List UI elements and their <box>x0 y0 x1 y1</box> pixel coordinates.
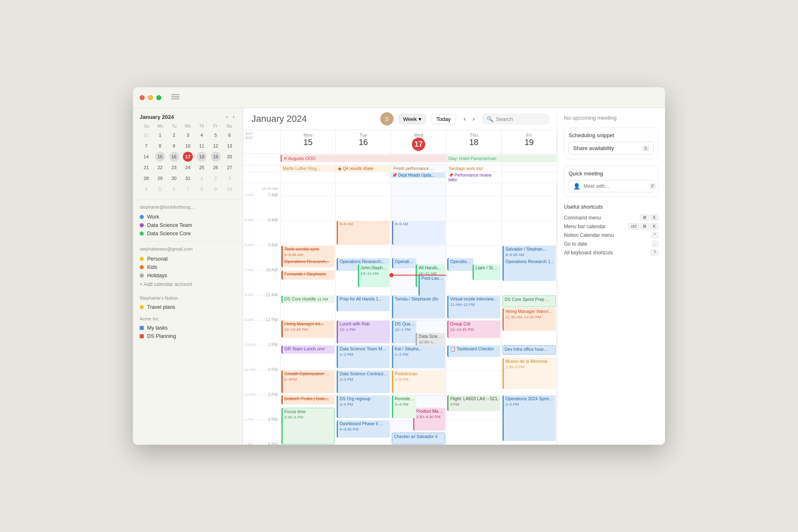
mini-cal-day[interactable]: 7 <box>141 141 151 151</box>
mini-cal-day[interactable]: 4 <box>141 184 151 194</box>
event-taskboard[interactable]: 📋 Taskboard Checkin <box>447 345 500 357</box>
mini-cal-prev[interactable]: ‹ <box>224 113 229 121</box>
q4-event[interactable]: ◉ Q4 results share <box>337 166 390 171</box>
event-product-mktg[interactable]: Product Marketing ... 3:30–4:30 PM <box>413 408 445 431</box>
event-liam[interactable]: Liam / Stephanie wee... <box>473 264 500 280</box>
mini-cal-day[interactable]: 31 <box>183 173 193 183</box>
mini-cal-day[interactable]: 5 <box>211 130 221 140</box>
event-kai-stepha[interactable]: Kai / Stepha... 1–2 PM <box>392 345 445 368</box>
mini-cal-day[interactable]: 3 <box>224 173 234 183</box>
calendar-my-tasks[interactable]: My tasks <box>140 324 236 332</box>
event-pediatrician[interactable]: Pediatrician 2–3 PM <box>392 370 445 393</box>
share-availability-button[interactable]: Share availability S <box>569 142 654 155</box>
mini-cal-day[interactable]: 20 <box>224 152 234 162</box>
mini-cal-day[interactable]: 8 <box>155 141 165 151</box>
santiago-event[interactable]: Santiago work trip! <box>448 166 501 171</box>
event-ds-huddle[interactable]: DS Core Huddle 11 AM <box>281 296 335 303</box>
prev-arrow[interactable]: ‹ <box>461 114 468 123</box>
event-debrief[interactable]: Debrief: Pedro | Date... <box>281 395 335 404</box>
calendar-travel[interactable]: Travel plans <box>140 303 236 311</box>
event-ds-contractor[interactable]: Data Science Contractor Intake: ... 2–3 … <box>337 370 390 393</box>
event-tomas-stephanie[interactable]: Tomás / Stephanie (6v <box>392 296 445 318</box>
finish-perf-event[interactable]: Finish performance ... <box>392 166 445 171</box>
calendar-work[interactable]: Work <box>140 213 236 221</box>
event-group-crit[interactable]: Group Crit 12–12:45 PM <box>447 320 500 338</box>
mini-cal-day[interactable]: 27 <box>224 163 234 172</box>
mini-cal-day[interactable]: 28 <box>141 173 151 183</box>
mini-cal-day[interactable]: 23 <box>169 163 179 172</box>
mlk-event[interactable]: Martin Luther King ... <box>281 166 335 171</box>
day-header-mon[interactable]: Mon 15 <box>281 130 336 153</box>
event-virtual-onsite[interactable]: Virtual onsite interview: Pedro ... 11 A… <box>447 296 500 318</box>
mini-cal-day[interactable]: 4 <box>197 130 207 140</box>
event-museo[interactable]: Museo de la Memoria 1:30–3 PM <box>502 358 556 389</box>
mini-cal-day[interactable]: 31 <box>141 130 151 140</box>
user-avatar[interactable]: S <box>380 112 394 126</box>
mini-cal-day[interactable]: 2 <box>169 130 179 140</box>
day-header-tue[interactable]: Tue 16 <box>336 130 391 153</box>
mini-cal-day[interactable]: 26 <box>211 163 221 172</box>
perf-review-event[interactable]: 📌 Performance review talks <box>447 172 502 182</box>
calendar-holidays[interactable]: Holidays <box>140 271 236 280</box>
mini-cal-day[interactable]: 2 <box>211 173 221 183</box>
mini-cal-day[interactable]: 15 <box>155 152 165 162</box>
mini-cal-today[interactable]: 17 <box>183 152 193 162</box>
all-day-event-hotel[interactable]: Stay: Hotel Panamerican <box>446 155 557 162</box>
mini-cal-day[interactable]: 3 <box>183 130 193 140</box>
event-flight[interactable]: Flight: LA603 LAX→SCL 3 PM <box>447 395 500 411</box>
mini-cal-day[interactable]: 1 <box>197 173 207 183</box>
calendar-ds-team[interactable]: Data Science Team <box>140 221 236 229</box>
maximize-button[interactable] <box>156 95 161 100</box>
event-ops-fri[interactable]: Operations Research 1... <box>502 258 556 281</box>
mini-cal-day[interactable]: 7 <box>183 184 193 194</box>
day-header-thu[interactable]: Thu 18 <box>446 130 502 153</box>
mini-cal-day[interactable]: 21 <box>141 163 151 172</box>
event-gr-lunch[interactable]: GR Team Lunch 1PM <box>281 345 335 354</box>
event-hiring-fri[interactable]: Hiring Manager Interview: Gui ... 11:30 … <box>502 308 556 331</box>
event-fernando[interactable]: Fernando / Stephanie <box>281 271 335 280</box>
mini-cal-day[interactable]: 16 <box>169 152 179 162</box>
event-growth[interactable]: Growth Optimization Weekly 2–3PM <box>281 370 335 393</box>
event-ds-sprint[interactable]: DS Core Sprint Prep ... <box>502 296 556 307</box>
search-bar[interactable]: 🔍 Search <box>482 114 549 124</box>
mini-cal-day[interactable]: 14 <box>141 152 151 162</box>
event-post-launch[interactable]: Post-Launc... <box>419 275 445 298</box>
mini-cal-day[interactable]: 24 <box>183 163 193 172</box>
add-calendar-btn[interactable]: + Add calendar account <box>140 280 236 289</box>
event-ops-wed[interactable]: Operations... <box>392 258 416 268</box>
event-dashboard[interactable]: Dashboard Phase II ... 4–4:45 PM <box>337 420 390 438</box>
sidebar-toggle[interactable] <box>171 94 180 101</box>
event-prep-allhands[interactable]: Prep for All Hands 1... <box>337 296 390 311</box>
event-tue-8am[interactable]: 8–9 AM <box>337 221 390 245</box>
event-ds-quarterly[interactable]: DS Quarterly Outreach 12–1 PM <box>392 320 416 343</box>
calendar-ds-core[interactable]: Data Science Core <box>140 229 236 238</box>
mini-cal-day[interactable]: 9 <box>211 184 221 194</box>
next-arrow[interactable]: › <box>470 114 477 123</box>
event-ops-research-mon[interactable]: Operations Research... <box>281 258 335 267</box>
event-remote-visit[interactable]: Remote visit ... 3–4 PM <box>392 395 416 418</box>
dept-heads-event[interactable]: 📌 Dept Heads Upda... <box>391 172 445 178</box>
mini-cal-day[interactable]: 22 <box>155 163 165 172</box>
mini-cal-day[interactable]: 5 <box>155 184 165 194</box>
mini-cal-day[interactable]: 9 <box>169 141 179 151</box>
mini-cal-day[interactable]: 6 <box>224 130 234 140</box>
mini-cal-day[interactable]: 12 <box>211 141 221 151</box>
calendar-ds-planning[interactable]: DS Planning <box>140 332 236 340</box>
mini-cal-day[interactable]: 19 <box>211 152 221 162</box>
event-john-stephanie[interactable]: John:Stephanie Coffee Chat 10–11 AM <box>358 264 390 287</box>
today-button[interactable]: Today <box>431 114 456 124</box>
event-hiring-mon[interactable]: Hiring Manager Int... 12–12:45 PM <box>281 320 335 338</box>
close-button[interactable] <box>140 95 145 100</box>
view-selector[interactable]: Week ▾ <box>399 114 426 124</box>
event-dev-infra[interactable]: Dev Infra office hour... <box>502 345 556 355</box>
meet-with-input[interactable] <box>584 183 646 189</box>
cal-grid-scroll[interactable]: 10:10 AM 7 AM 4 AM 8 AM 5 AM 9 AM 6 AM <box>243 183 557 445</box>
day-header-fri[interactable]: Fri 19 <box>502 130 557 153</box>
mini-cal-day[interactable]: 10 <box>183 141 193 151</box>
mini-cal-day[interactable]: 11 <box>197 141 207 151</box>
mini-cal-day[interactable]: 6 <box>169 184 179 194</box>
event-lunch-rob[interactable]: Lunch with Rob 12–1 PM <box>337 320 390 343</box>
event-checkin-salvador[interactable]: Checkin w/ Salvador 4 <box>392 433 445 444</box>
event-ds-org[interactable]: DS Org regroup 3–4 PM <box>337 395 390 418</box>
event-ops-thu[interactable]: Operations Research... <box>447 258 473 271</box>
